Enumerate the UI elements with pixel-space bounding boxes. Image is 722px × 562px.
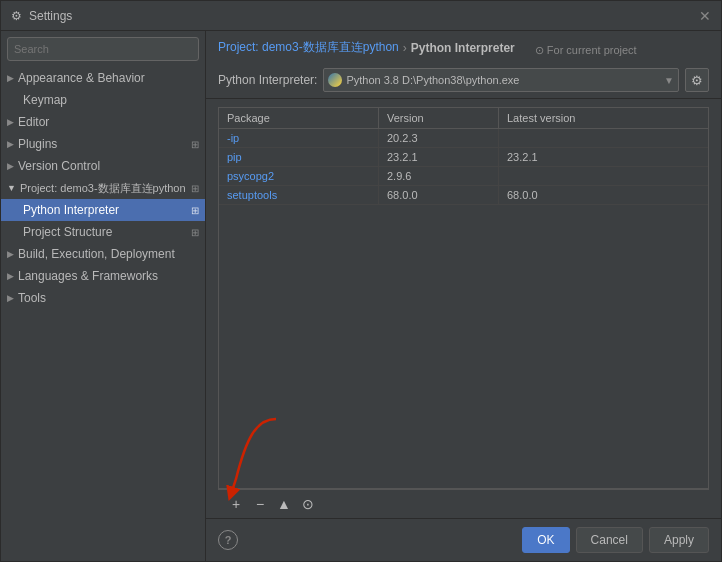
- cell-package: setuptools: [219, 186, 379, 204]
- interpreter-select[interactable]: Python 3.8 D:\Python38\python.exe ▼: [323, 68, 679, 92]
- table-header: Package Version Latest version: [219, 108, 708, 129]
- interpreter-select-inner: Python 3.8 D:\Python38\python.exe: [328, 73, 660, 87]
- add-package-button[interactable]: +: [226, 494, 246, 514]
- cell-latest: 23.2.1: [499, 148, 708, 166]
- dropdown-arrow-icon: ▼: [664, 75, 674, 86]
- chevron-icon: ▶: [7, 293, 14, 303]
- package-settings-button[interactable]: ⊙: [298, 494, 318, 514]
- search-input[interactable]: [7, 37, 199, 61]
- dialog-content: ▶ Appearance & Behavior Keymap ▶ Editor …: [1, 31, 721, 561]
- breadcrumb-row: Project: demo3-数据库直连python › Python Inte…: [218, 39, 709, 62]
- cell-package: psycopg2: [219, 167, 379, 185]
- table-row[interactable]: pip 23.2.1 23.2.1: [219, 148, 708, 167]
- footer-right: OK Cancel Apply: [522, 527, 709, 553]
- chevron-icon: ▶: [7, 139, 14, 149]
- sidebar-item-label: Appearance & Behavior: [18, 71, 145, 85]
- remove-package-button[interactable]: −: [250, 494, 270, 514]
- chevron-icon: ▶: [7, 161, 14, 171]
- chevron-icon: ▶: [7, 249, 14, 259]
- chevron-icon: ▶: [7, 271, 14, 281]
- sidebar-item-label: Tools: [18, 291, 46, 305]
- sidebar-item-version-control[interactable]: ▶ Version Control: [1, 155, 205, 177]
- cell-version: 68.0.0: [379, 186, 499, 204]
- main-panel: Project: demo3-数据库直连python › Python Inte…: [206, 31, 721, 561]
- dialog-footer: ? OK Cancel Apply: [206, 518, 721, 561]
- sidebar-item-label: Project: demo3-数据库直连python: [20, 181, 186, 196]
- breadcrumb: Project: demo3-数据库直连python › Python Inte…: [218, 39, 515, 56]
- title-bar: ⚙ Settings ✕: [1, 1, 721, 31]
- sidebar-item-project-structure[interactable]: Project Structure ⊞: [1, 221, 205, 243]
- sidebar-item-label: Python Interpreter: [23, 203, 119, 217]
- chevron-icon: ▶: [7, 73, 14, 83]
- sidebar-item-tools[interactable]: ▶ Tools: [1, 287, 205, 309]
- sidebar-item-label: Project Structure: [23, 225, 112, 239]
- sidebar-item-python-interpreter[interactable]: Python Interpreter ⊞: [1, 199, 205, 221]
- sidebar-item-project-demo3[interactable]: ▼ Project: demo3-数据库直连python ⊞: [1, 177, 205, 199]
- table-bottom-area: + − ▲ ⊙: [206, 489, 721, 518]
- panel-header: Project: demo3-数据库直连python › Python Inte…: [206, 31, 721, 99]
- sidebar-item-languages[interactable]: ▶ Languages & Frameworks: [1, 265, 205, 287]
- cell-latest: [499, 129, 708, 147]
- settings-dialog: ⚙ Settings ✕ ▶ Appearance & Behavior Key…: [0, 0, 722, 562]
- interpreter-label: Python Interpreter:: [218, 73, 317, 87]
- sidebar-item-label: Build, Execution, Deployment: [18, 247, 175, 261]
- sidebar-item-label: Editor: [18, 115, 49, 129]
- for-current-project-label: ⊙ For current project: [535, 44, 637, 57]
- packages-table: Package Version Latest version -ip 20.2.…: [218, 107, 709, 489]
- help-button[interactable]: ?: [218, 530, 238, 550]
- col-latest-header: Latest version: [499, 108, 708, 128]
- cell-package: pip: [219, 148, 379, 166]
- sidebar-item-editor[interactable]: ▶ Editor: [1, 111, 205, 133]
- settings-icon: ⊞: [191, 227, 199, 238]
- upgrade-package-button[interactable]: ▲: [274, 494, 294, 514]
- table-row[interactable]: psycopg2 2.9.6: [219, 167, 708, 186]
- close-button[interactable]: ✕: [697, 8, 713, 24]
- cell-latest: 68.0.0: [499, 186, 708, 204]
- sidebar-item-plugins[interactable]: ▶ Plugins ⊞: [1, 133, 205, 155]
- cancel-button[interactable]: Cancel: [576, 527, 643, 553]
- settings-icon: ⊞: [191, 205, 199, 216]
- sidebar-item-label: Keymap: [23, 93, 67, 107]
- interpreter-value: Python 3.8 D:\Python38\python.exe: [346, 74, 519, 86]
- col-package-header: Package: [219, 108, 379, 128]
- sidebar-item-build-execution[interactable]: ▶ Build, Execution, Deployment: [1, 243, 205, 265]
- cell-latest: [499, 167, 708, 185]
- folder-icon: ⊞: [191, 183, 199, 194]
- dialog-title: Settings: [29, 9, 697, 23]
- sidebar-item-label: Languages & Frameworks: [18, 269, 158, 283]
- table-toolbar: + − ▲ ⊙: [218, 489, 709, 518]
- table-row[interactable]: -ip 20.2.3: [219, 129, 708, 148]
- plugins-icon: ⊞: [191, 139, 199, 150]
- sidebar-item-label: Plugins: [18, 137, 57, 151]
- python-icon: [328, 73, 342, 87]
- cell-version: 2.9.6: [379, 167, 499, 185]
- interpreter-row: Python Interpreter: Python 3.8 D:\Python…: [218, 68, 709, 92]
- cell-package: -ip: [219, 129, 379, 147]
- breadcrumb-current: Python Interpreter: [411, 41, 515, 55]
- ok-button[interactable]: OK: [522, 527, 569, 553]
- interpreter-gear-button[interactable]: ⚙: [685, 68, 709, 92]
- sidebar-item-appearance[interactable]: ▶ Appearance & Behavior: [1, 67, 205, 89]
- sidebar-item-label: Version Control: [18, 159, 100, 173]
- breadcrumb-separator: ›: [403, 41, 407, 55]
- chevron-icon: ▼: [7, 183, 16, 193]
- cell-version: 23.2.1: [379, 148, 499, 166]
- breadcrumb-project[interactable]: Project: demo3-数据库直连python: [218, 39, 399, 56]
- apply-button[interactable]: Apply: [649, 527, 709, 553]
- footer-left: ?: [218, 530, 238, 550]
- sidebar: ▶ Appearance & Behavior Keymap ▶ Editor …: [1, 31, 206, 561]
- table-row[interactable]: setuptools 68.0.0 68.0.0: [219, 186, 708, 205]
- chevron-icon: ▶: [7, 117, 14, 127]
- col-version-header: Version: [379, 108, 499, 128]
- cell-version: 20.2.3: [379, 129, 499, 147]
- settings-icon: ⚙: [9, 9, 23, 23]
- sidebar-item-keymap[interactable]: Keymap: [1, 89, 205, 111]
